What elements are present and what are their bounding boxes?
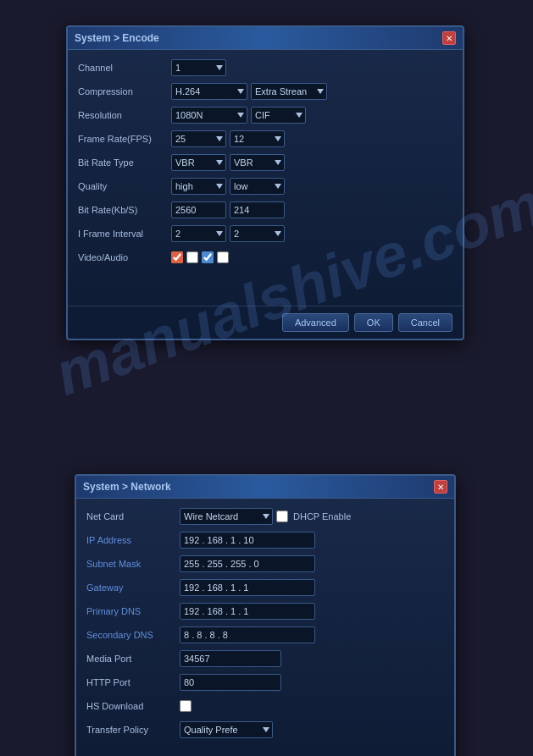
audio-main-checkbox[interactable] bbox=[186, 251, 198, 263]
bitratetype-main-select[interactable]: VBR bbox=[171, 154, 226, 171]
subnet-label: Subnet Mask bbox=[86, 559, 180, 569]
quality-main-select[interactable]: high bbox=[171, 178, 226, 195]
ip-input[interactable] bbox=[180, 532, 315, 549]
transferpolicy-row: Transfer Policy Quality Prefe bbox=[86, 720, 444, 739]
hsdownload-row: HS Download bbox=[86, 697, 444, 715]
framerate-main-select[interactable]: 25 bbox=[171, 130, 226, 147]
channel-label: Channel bbox=[78, 63, 171, 73]
hsdownload-label: HS Download bbox=[86, 701, 180, 711]
resolution-main-select[interactable]: 1080N bbox=[171, 107, 247, 124]
encode-cancel-button[interactable]: Cancel bbox=[398, 313, 452, 332]
quality-row: Quality high low bbox=[78, 177, 452, 196]
network-titlebar: System > Network ✕ bbox=[76, 476, 454, 499]
primarydns-controls bbox=[180, 603, 315, 620]
bitrate-extra-input[interactable] bbox=[230, 201, 285, 218]
ip-row: IP Address bbox=[86, 531, 444, 549]
transferpolicy-controls: Quality Prefe bbox=[180, 721, 273, 738]
primarydns-label: Primary DNS bbox=[86, 606, 180, 616]
bitratetype-label: Bit Rate Type bbox=[78, 157, 171, 168]
resolution-extra-select[interactable]: CIF bbox=[251, 107, 306, 124]
subnet-input[interactable] bbox=[180, 555, 315, 572]
iframe-row: I Frame Interval 2 2 bbox=[78, 224, 452, 243]
iframe-extra-select[interactable]: 2 bbox=[230, 225, 285, 242]
httpport-input[interactable] bbox=[180, 674, 281, 691]
compression-extra-select[interactable]: Extra Strean bbox=[251, 83, 327, 100]
httpport-controls bbox=[180, 674, 281, 691]
transferpolicy-label: Transfer Policy bbox=[86, 725, 180, 735]
dhcp-label: DHCP Enable bbox=[293, 511, 351, 521]
compression-controls: H.264 Extra Strean bbox=[171, 83, 327, 100]
resolution-label: Resolution bbox=[78, 110, 171, 120]
iframe-main-select[interactable]: 2 bbox=[171, 225, 226, 242]
advanced-button[interactable]: Advanced bbox=[282, 313, 349, 332]
network-dialog: System > Network ✕ Net Card Wire Netcard… bbox=[75, 474, 456, 756]
bitrate-row: Bit Rate(Kb/S) bbox=[78, 201, 452, 219]
encode-dialog: System > Encode ✕ Channel 1 Compression … bbox=[66, 25, 464, 340]
bitrate-label: Bit Rate(Kb/S) bbox=[78, 205, 171, 215]
subnet-row: Subnet Mask bbox=[86, 555, 444, 573]
network-content: Net Card Wire Netcard DHCP Enable IP Add… bbox=[76, 499, 454, 756]
bitratetype-extra-select[interactable]: VBR bbox=[230, 154, 285, 171]
video-extra-checkbox[interactable] bbox=[202, 251, 214, 263]
network-close-button[interactable]: ✕ bbox=[434, 480, 447, 494]
mediaport-row: Media Port bbox=[86, 649, 444, 668]
framerate-extra-select[interactable]: 12 bbox=[230, 130, 285, 147]
bitrate-main-input[interactable] bbox=[171, 201, 226, 218]
bitratetype-controls: VBR VBR bbox=[171, 154, 285, 171]
iframe-label: I Frame Interval bbox=[78, 229, 171, 239]
channel-select[interactable]: 1 bbox=[171, 59, 226, 76]
secondarydns-controls bbox=[180, 626, 315, 643]
framerate-controls: 25 12 bbox=[171, 130, 285, 147]
resolution-controls: 1080N CIF bbox=[171, 107, 306, 124]
mediaport-input[interactable] bbox=[180, 650, 281, 667]
framerate-row: Frame Rate(FPS) 25 12 bbox=[78, 130, 452, 148]
network-title: System > Network bbox=[83, 481, 171, 493]
subnet-controls bbox=[180, 555, 315, 572]
secondarydns-label: Secondary DNS bbox=[86, 630, 180, 640]
video-main-checkbox[interactable] bbox=[171, 251, 183, 263]
mediaport-controls bbox=[180, 650, 281, 667]
secondarydns-input[interactable] bbox=[180, 626, 315, 643]
quality-label: Quality bbox=[78, 181, 171, 191]
transferpolicy-select[interactable]: Quality Prefe bbox=[180, 721, 273, 738]
mediaport-label: Media Port bbox=[86, 654, 180, 664]
channel-row: Channel 1 bbox=[78, 58, 452, 77]
hsdownload-checkbox[interactable] bbox=[180, 700, 192, 712]
encode-content: Channel 1 Compression H.264 Extra Strean… bbox=[68, 50, 463, 306]
encode-footer: Advanced OK Cancel bbox=[68, 306, 463, 339]
encode-close-button[interactable]: ✕ bbox=[442, 31, 456, 45]
bitratetype-row: Bit Rate Type VBR VBR bbox=[78, 153, 452, 172]
encode-ok-button[interactable]: OK bbox=[354, 313, 393, 332]
resolution-row: Resolution 1080N CIF bbox=[78, 106, 452, 124]
gateway-input[interactable] bbox=[180, 579, 315, 596]
httpport-label: HTTP Port bbox=[86, 677, 180, 687]
netcard-row: Net Card Wire Netcard DHCP Enable bbox=[86, 507, 444, 526]
iframe-controls: 2 2 bbox=[171, 225, 285, 242]
quality-extra-select[interactable]: low bbox=[230, 178, 285, 195]
primarydns-input[interactable] bbox=[180, 603, 315, 620]
encode-titlebar: System > Encode ✕ bbox=[68, 27, 463, 50]
quality-controls: high low bbox=[171, 178, 285, 195]
gateway-controls bbox=[180, 579, 315, 596]
framerate-label: Frame Rate(FPS) bbox=[78, 134, 171, 144]
ip-controls bbox=[180, 532, 315, 549]
ip-label: IP Address bbox=[86, 535, 180, 545]
videoaudio-controls bbox=[171, 251, 229, 263]
netcard-select[interactable]: Wire Netcard bbox=[180, 508, 273, 525]
compression-label: Compression bbox=[78, 86, 171, 97]
gateway-label: Gateway bbox=[86, 582, 180, 593]
encode-title: System > Encode bbox=[75, 32, 159, 44]
dhcp-checkbox[interactable] bbox=[276, 510, 288, 522]
hsdownload-controls bbox=[180, 700, 192, 712]
netcard-label: Net Card bbox=[86, 511, 180, 521]
channel-controls: 1 bbox=[171, 59, 226, 76]
httpport-row: HTTP Port bbox=[86, 673, 444, 692]
videoaudio-row: Video/Audio bbox=[78, 248, 452, 267]
bitrate-controls bbox=[171, 201, 285, 218]
gateway-row: Gateway bbox=[86, 578, 444, 597]
compression-main-select[interactable]: H.264 bbox=[171, 83, 247, 100]
secondarydns-row: Secondary DNS bbox=[86, 626, 444, 644]
primarydns-row: Primary DNS bbox=[86, 602, 444, 621]
netcard-controls: Wire Netcard DHCP Enable bbox=[180, 508, 351, 525]
audio-extra-checkbox[interactable] bbox=[217, 251, 229, 263]
